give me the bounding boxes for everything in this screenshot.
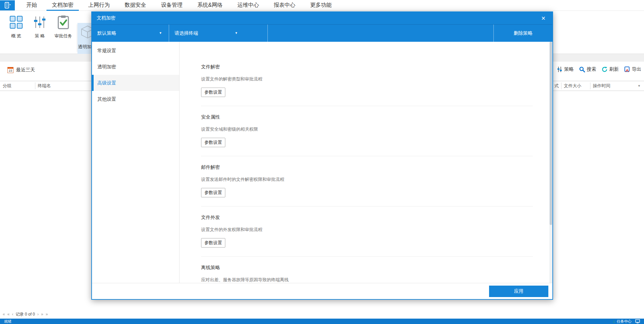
settings-panel: 文件解密 设置文件的解密类型和审批流程 参数设置 安全属性 设置安全域和密级的相… xyxy=(180,42,552,283)
task-center-button[interactable]: 任务中心 xyxy=(617,319,632,324)
policy-select-value: 默认策略 xyxy=(97,30,116,36)
pager-bar: « « ‹ 记录 0 of 0 › » » xyxy=(0,310,644,319)
section-title: 文件外发 xyxy=(201,215,533,221)
close-icon[interactable]: ✕ xyxy=(539,15,548,22)
app-logo-icon xyxy=(3,2,11,9)
section-file-outgoing: 文件外发 设置文件的外发权限和审批流程 参数设置 xyxy=(201,206,533,257)
pager-next-button[interactable]: › xyxy=(37,312,39,317)
menu-item-system-network[interactable]: 系统&网络 xyxy=(190,0,230,11)
pager-prev-button[interactable]: ‹ xyxy=(12,312,13,317)
dialog-title-bar: 文档加密 ✕ xyxy=(92,12,552,24)
dialog-sidebar: 常规设置 透明加密 高级设置 其他设置 xyxy=(92,42,180,283)
overview-grid-icon xyxy=(10,16,23,29)
calendar-icon: 23 xyxy=(7,67,13,73)
menu-item-data-security[interactable]: 数据安全 xyxy=(117,0,154,11)
param-settings-button[interactable]: 参数设置 xyxy=(201,88,225,97)
nav-item-other-settings[interactable]: 其他设置 xyxy=(92,91,179,107)
dialog-title: 文档加密 xyxy=(97,15,116,21)
monitor-icon[interactable] xyxy=(635,319,640,323)
section-title: 文件解密 xyxy=(201,64,533,71)
ribbon-policy-label: 策 略 xyxy=(35,33,45,39)
column-header-filesize[interactable]: 文件大小 xyxy=(564,81,581,91)
refresh-button[interactable]: 刷新 xyxy=(602,66,619,72)
dialog-toolbar: 默认策略 ▼ 请选择终端 ▼ 删除策略 xyxy=(92,24,552,42)
nav-item-advanced-settings[interactable]: 高级设置 xyxy=(92,75,179,91)
terminal-select-placeholder: 请选择终端 xyxy=(174,30,198,36)
pager-record-label: 记录 0 of 0 xyxy=(15,312,35,317)
menu-item-web-behavior[interactable]: 上网行为 xyxy=(81,0,117,11)
section-title: 离线策略 xyxy=(201,265,533,271)
search-label: 搜索 xyxy=(587,66,596,72)
menu-item-start[interactable]: 开始 xyxy=(19,0,44,11)
policy-select-dropdown[interactable]: 默认策略 ▼ xyxy=(92,25,169,42)
policy-tool-label: 策略 xyxy=(564,66,574,72)
download-arrow-icon: ↓ xyxy=(613,319,615,323)
section-description: 设置文件的解密类型和审批流程 xyxy=(201,76,533,82)
menu-item-report-center[interactable]: 报表中心 xyxy=(266,0,303,11)
doc-encryption-dialog: 文档加密 ✕ 默认策略 ▼ 请选择终端 ▼ 删除策略 常规设置 透明加密 高级设… xyxy=(91,11,553,300)
section-description: 应对出差、服务器故障等原因导致的终端离线 xyxy=(201,277,533,283)
refresh-icon xyxy=(602,66,608,72)
menu-bar: 开始 文档加密 上网行为 数据安全 设备管理 系统&网络 运维中心 报表中心 更… xyxy=(0,0,644,11)
ribbon-approval-label: 审批任务 xyxy=(55,33,72,39)
menu-item-doc-encryption[interactable]: 文档加密 xyxy=(44,0,81,11)
section-offline-policy: 离线策略 应对出差、服务器故障等原因导致的终端离线 xyxy=(201,257,533,283)
menu-item-ops-center[interactable]: 运维中心 xyxy=(230,0,266,11)
search-button[interactable]: 搜索 xyxy=(579,66,596,72)
terminal-select-dropdown[interactable]: 请选择终端 ▼ xyxy=(169,25,267,42)
column-header-group[interactable]: 分组 xyxy=(3,81,11,91)
section-file-decryption: 文件解密 设置文件的解密类型和审批流程 参数设置 xyxy=(201,56,533,106)
status-ready-label: 就绪 xyxy=(4,319,11,324)
column-menu-caret-icon[interactable]: ▼ xyxy=(638,81,641,91)
section-description: 设置发送邮件时的文件解密权限和审批流程 xyxy=(201,176,533,183)
dialog-body: 常规设置 透明加密 高级设置 其他设置 文件解密 设置文件的解密类型和审批流程 … xyxy=(92,42,552,283)
top-menu: 开始 文档加密 上网行为 数据安全 设备管理 系统&网络 运维中心 报表中心 更… xyxy=(19,0,339,11)
ribbon-approval-button[interactable]: 审批任务 xyxy=(49,13,77,43)
policy-small-icon xyxy=(557,66,562,72)
export-label: 导出 xyxy=(632,66,641,72)
apply-button[interactable]: 应用 xyxy=(489,286,548,297)
menu-item-device-mgmt[interactable]: 设备管理 xyxy=(154,0,190,11)
app-menu-button[interactable] xyxy=(0,0,15,10)
ribbon-divider xyxy=(77,24,77,52)
search-icon xyxy=(579,66,585,72)
column-separator[interactable] xyxy=(590,83,590,89)
list-toolbar: 策略 搜索 刷新 导出 xyxy=(557,66,641,72)
nav-item-transparent-encryption[interactable]: 透明加密 xyxy=(92,59,179,75)
chevron-down-icon: ▼ xyxy=(235,31,238,35)
refresh-label: 刷新 xyxy=(609,66,619,72)
approval-clipboard-icon xyxy=(56,15,70,30)
column-separator[interactable] xyxy=(35,83,35,89)
param-settings-button[interactable]: 参数设置 xyxy=(201,188,225,197)
dialog-scrollbar[interactable] xyxy=(549,42,552,283)
nav-item-general-settings[interactable]: 常规设置 xyxy=(92,42,179,59)
section-description: 设置安全域和密级的相关权限 xyxy=(201,126,533,132)
policy-tool-button[interactable]: 策略 xyxy=(557,66,574,72)
param-settings-button[interactable]: 参数设置 xyxy=(201,238,225,248)
pager-prev-page-button[interactable]: « xyxy=(7,312,10,317)
export-icon xyxy=(624,66,630,72)
column-header-time[interactable]: 操作时间 xyxy=(593,81,610,91)
param-settings-button[interactable]: 参数设置 xyxy=(201,138,225,147)
scrollbar-thumb[interactable] xyxy=(550,42,552,225)
policy-sliders-icon xyxy=(33,15,47,29)
export-button[interactable]: 导出 xyxy=(624,66,641,72)
column-separator[interactable] xyxy=(561,83,561,89)
section-title: 安全属性 xyxy=(201,114,533,121)
status-bar: 就绪 ↓ 任务中心 xyxy=(0,319,644,324)
section-mail-decryption: 邮件解密 设置发送邮件时的文件解密权限和审批流程 参数设置 xyxy=(201,156,533,206)
chevron-down-icon: ▼ xyxy=(159,31,162,35)
column-header-terminal[interactable]: 终端名 xyxy=(38,81,51,91)
section-security-attributes: 安全属性 设置安全域和密级的相关权限 参数设置 xyxy=(201,106,533,156)
column-header-fragment[interactable]: 式 xyxy=(554,81,559,91)
section-title: 邮件解密 xyxy=(201,164,533,171)
dialog-footer: 应用 xyxy=(92,283,552,299)
pager-last-button[interactable]: » xyxy=(45,312,48,317)
pager-next-page-button[interactable]: » xyxy=(41,312,43,317)
delete-policy-button[interactable]: 删除策略 xyxy=(494,25,552,42)
date-range-filter[interactable]: 23 最近三天 xyxy=(7,67,35,73)
pager-first-button[interactable]: « xyxy=(3,312,5,317)
menu-item-more[interactable]: 更多功能 xyxy=(303,0,339,11)
ribbon-overview-label: 概 览 xyxy=(11,33,21,39)
date-range-label: 最近三天 xyxy=(16,67,35,73)
